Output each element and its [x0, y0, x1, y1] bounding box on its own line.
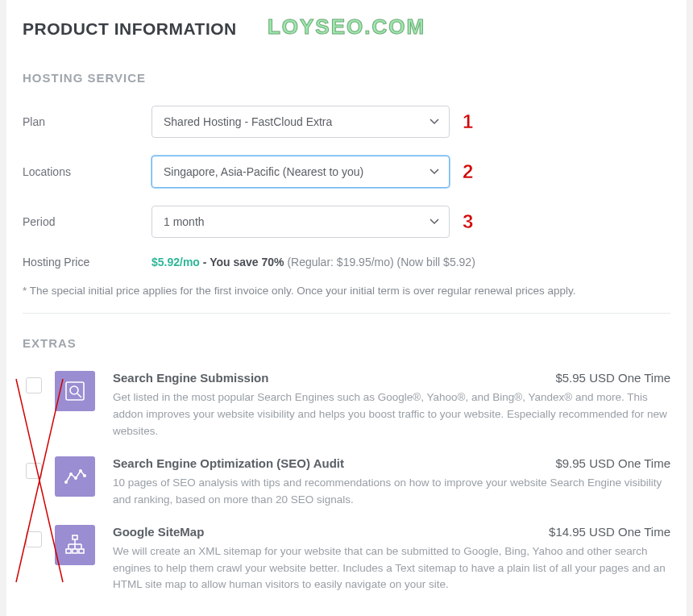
analytics-network-icon — [55, 456, 95, 497]
extra-item-google-sitemap: Google SiteMap $14.95 USD One Time We wi… — [23, 525, 670, 594]
extra-header: Google SiteMap $14.95 USD One Time — [113, 525, 670, 539]
product-info-page: LOYSEO.COM PRODUCT INFORMATION HOSTING S… — [6, 0, 687, 616]
extra-checkbox[interactable] — [26, 463, 42, 479]
annotation-1: 1 — [463, 110, 473, 133]
extra-title: Search Engine Optimization (SEO) Audit — [113, 456, 344, 470]
extras-list: Search Engine Submission $5.95 USD One T… — [23, 371, 670, 593]
svg-point-5 — [64, 481, 68, 484]
svg-rect-13 — [79, 549, 84, 553]
extra-content: Search Engine Optimization (SEO) Audit $… — [113, 456, 670, 509]
plan-row: Plan Shared Hosting - FastCloud Extra 1 — [23, 106, 670, 138]
annotation-2: 2 — [463, 160, 473, 183]
hosting-price-row: Hosting Price $5.92/mo - You save 70% (R… — [23, 256, 670, 268]
period-select[interactable]: 1 month — [151, 206, 450, 238]
period-row: Period 1 month 3 — [23, 206, 670, 238]
sitemap-tree-icon — [55, 525, 95, 565]
extra-checkbox[interactable] — [26, 531, 42, 547]
annotation-3: 3 — [463, 210, 473, 233]
extra-title: Search Engine Submission — [113, 371, 268, 385]
svg-point-6 — [69, 472, 73, 476]
extra-desc: We will create an XML sitemap for your w… — [113, 543, 670, 594]
extra-price: $5.95 USD One Time — [555, 371, 670, 385]
svg-rect-12 — [73, 549, 77, 553]
locations-select[interactable]: Singapore, Asia-Pacific (Nearest to you) — [151, 156, 450, 188]
svg-point-8 — [79, 469, 82, 472]
svg-point-3 — [70, 386, 78, 394]
svg-line-4 — [77, 393, 81, 397]
price-amount: $5.92/mo — [151, 256, 200, 268]
svg-rect-11 — [66, 549, 71, 553]
locations-row: Locations Singapore, Asia-Pacific (Neare… — [23, 156, 670, 188]
price-save: - You save 70% — [200, 256, 287, 268]
locations-label: Locations — [23, 165, 151, 178]
hosting-heading: HOSTING SERVICE — [23, 71, 670, 85]
price-footnote: * The special initial price applies for … — [23, 285, 670, 297]
svg-rect-10 — [73, 535, 77, 539]
hosting-price-value: $5.92/mo - You save 70% (Regular: $19.95… — [151, 256, 475, 268]
extra-price: $14.95 USD One Time — [549, 525, 670, 539]
extra-item-search-submission: Search Engine Submission $5.95 USD One T… — [23, 371, 670, 440]
svg-point-7 — [74, 477, 77, 480]
period-label: Period — [23, 215, 151, 228]
svg-point-9 — [83, 474, 86, 477]
extra-price: $9.95 USD One Time — [555, 456, 670, 470]
extra-content: Google SiteMap $14.95 USD One Time We wi… — [113, 525, 670, 594]
extras-heading: EXTRAS — [23, 336, 670, 350]
extra-title: Google SiteMap — [113, 525, 204, 539]
extra-header: Search Engine Submission $5.95 USD One T… — [113, 371, 670, 385]
price-regular: (Regular: $19.95/mo) (Now bill $5.92) — [287, 256, 475, 268]
plan-select[interactable]: Shared Hosting - FastCloud Extra — [151, 106, 450, 138]
extra-header: Search Engine Optimization (SEO) Audit $… — [113, 456, 670, 470]
plan-label: Plan — [23, 115, 151, 128]
hosting-price-label: Hosting Price — [23, 256, 151, 268]
extra-checkbox[interactable] — [26, 377, 42, 393]
search-magnifier-icon — [55, 371, 95, 411]
extra-desc: 10 pages of SEO analysis with tips and r… — [113, 475, 670, 509]
extra-content: Search Engine Submission $5.95 USD One T… — [113, 371, 670, 440]
section-divider — [23, 313, 670, 314]
page-title: PRODUCT INFORMATION — [23, 19, 670, 39]
extra-item-seo-audit: Search Engine Optimization (SEO) Audit $… — [23, 456, 670, 509]
extra-desc: Get listed in the most popular Search En… — [113, 389, 670, 440]
